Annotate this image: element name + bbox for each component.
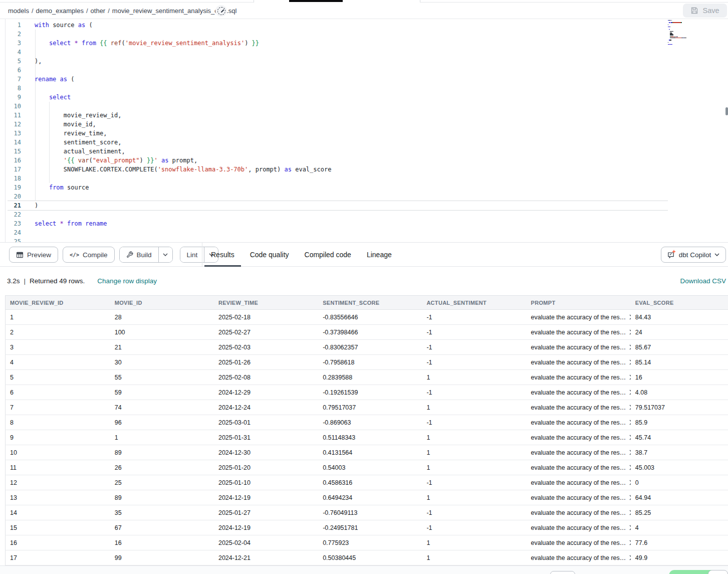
table-cell: 79.517037 [631,400,728,415]
minimap-line [668,44,727,45]
table-cell: -0.869063 [318,415,422,430]
expand-prompt-chevron-icon[interactable] [629,465,631,470]
expand-prompt-chevron-icon[interactable] [629,480,631,485]
code-token: ( [121,40,125,47]
prompt-cell: evaluate the accuracy of the res… [527,400,631,415]
minimap-line [668,40,727,40]
expand-prompt-chevron-icon[interactable] [629,329,631,335]
prompt-cell: evaluate the accuracy of the res… [527,385,631,400]
prompt-preview-wrap: evaluate the accuracy of the res… [531,539,631,546]
minimap-line [668,25,727,25]
tab-results[interactable]: Results [211,243,234,267]
table-cell: 84.43 [631,310,728,325]
code-token: eval_score [292,166,331,173]
line-number: 9 [6,93,21,102]
minimap-line [668,37,727,37]
change-row-display-link[interactable]: Change row display [97,277,157,285]
tab-code-quality[interactable]: Code quality [250,243,289,267]
prompt-cell: evaluate the accuracy of the res… [527,445,631,460]
code-minimap[interactable] [668,20,727,47]
editor-scrollbar-thumb[interactable] [725,107,728,115]
expand-prompt-chevron-icon[interactable] [629,435,631,440]
code-token: SNOWFLAKE.CORTEX.COMPLETE( [35,166,158,173]
build-dropdown-caret[interactable] [158,247,172,262]
prompt-preview-wrap: evaluate the accuracy of the res… [531,479,631,486]
compile-button[interactable]: </> Compile [63,247,115,263]
table-cell: 1 [422,430,526,445]
expand-prompt-chevron-icon[interactable] [629,359,631,365]
column-header[interactable]: EVAL_SCORE [631,296,728,310]
breadcrumb-segment[interactable]: other [91,7,106,15]
expand-prompt-chevron-icon[interactable] [629,374,631,380]
expand-prompt-chevron-icon[interactable] [629,510,631,515]
preview-button[interactable]: Preview [9,247,58,263]
build-button[interactable]: Build [120,247,158,262]
expand-prompt-chevron-icon[interactable] [629,314,631,320]
expand-prompt-chevron-icon[interactable] [629,540,631,545]
code-token [78,40,82,47]
code-token: from [67,220,82,227]
table-cell: 16 [6,535,110,550]
expand-prompt-chevron-icon[interactable] [629,405,631,410]
chevron-down-icon [163,253,168,256]
sparkle-icon [672,250,676,254]
expand-prompt-chevron-icon[interactable] [629,555,631,560]
expand-prompt-chevron-icon[interactable] [629,390,631,395]
table-cell: 16 [631,370,728,385]
expand-prompt-chevron-icon[interactable] [629,420,631,425]
expand-prompt-chevron-icon[interactable] [629,525,631,530]
code-lines[interactable]: with source as ( select * from {{ ref('m… [35,21,331,237]
code-token: ) [140,157,147,164]
breadcrumb-segment[interactable]: models [8,7,29,15]
table-row: 1282025-02-18-0.83556646-1evaluate the a… [6,310,728,325]
breadcrumb-segment[interactable]: demo_examples [36,7,84,15]
lint-button[interactable]: Lint [180,247,204,262]
table-cell: 0.79517037 [318,400,422,415]
download-csv-link[interactable]: Download CSV [680,277,726,285]
table-cell: 89 [110,490,214,505]
code-editor[interactable]: 1234567891011121314151617181920212223242… [5,19,728,242]
prompt-preview-wrap: evaluate the accuracy of the res… [531,344,631,351]
prompt-cell: evaluate the accuracy of the res… [527,325,631,340]
expand-prompt-chevron-icon[interactable] [629,495,631,500]
table-cell: 0.4131564 [318,445,422,460]
code-token: select [49,94,71,101]
copilot-label: dbt Copilot [679,251,711,259]
line-number: 18 [6,174,21,183]
copilot-edit-icon[interactable] [215,5,227,17]
breadcrumb-separator: / [86,7,88,15]
line-number-gutter: 1234567891011121314151617181920212223242… [6,21,26,242]
table-cell: -1 [422,310,526,325]
tab-lineage[interactable]: Lineage [367,243,392,267]
column-header[interactable]: SENTIMENT_SCORE [318,296,422,310]
column-header[interactable]: REVIEW_TIME [214,296,318,310]
bottom-toolbar-button[interactable] [550,571,575,574]
prompt-cell: evaluate the accuracy of the res… [527,310,631,325]
dbt-copilot-button[interactable]: dbt Copilot [661,247,726,263]
prompt-preview-text: evaluate the accuracy of the res… [531,479,626,486]
expand-prompt-chevron-icon[interactable] [629,450,631,455]
minimap-line [668,32,727,33]
table-cell: 17 [6,550,110,565]
column-header[interactable]: MOVIE_REVIEW_ID [6,296,110,310]
column-header[interactable]: PROMPT [527,296,631,310]
code-token [56,220,60,227]
prompt-preview-wrap: evaluate the accuracy of the res… [531,374,631,381]
table-row: 3212025-02-03-0.83062357-1evaluate the a… [6,340,728,355]
prompt-preview-wrap: evaluate the accuracy of the res… [531,314,631,321]
save-button[interactable]: Save [683,4,727,18]
table-row: 17992024-12-210.503804451evaluate the ac… [6,550,728,565]
minimap-line [668,30,727,31]
prompt-cell: evaluate the accuracy of the res… [527,505,631,520]
tab-compiled-code[interactable]: Compiled code [305,243,351,267]
bottom-right-button[interactable] [708,570,728,574]
expand-prompt-chevron-icon[interactable] [629,344,631,350]
column-header[interactable]: ACTUAL_SENTIMENT [422,296,526,310]
column-header[interactable]: MOVIE_ID [110,296,214,310]
minimap-line [668,31,727,32]
code-line: '{{ var("eval_prompt") }}' as prompt, [35,156,331,165]
line-number: 20 [6,192,21,201]
prompt-preview-text: evaluate the accuracy of the res… [531,494,626,501]
code-token: as [285,166,292,173]
minimap-line [668,33,727,34]
